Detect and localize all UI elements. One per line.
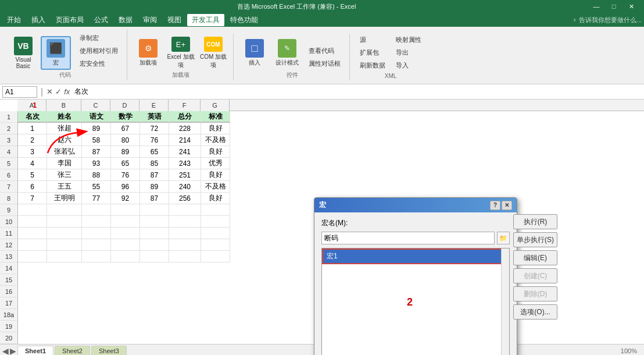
cell-g7[interactable]: 不及格 [201, 181, 230, 193]
record-macro-button[interactable]: 录制宏 [76, 32, 122, 44]
cell-f9[interactable] [169, 204, 201, 216]
cell-b7[interactable]: 王五 [47, 181, 82, 193]
dialog-step-into-button[interactable]: 单步执行(S) [513, 232, 557, 247]
cell-d7[interactable]: 96 [111, 181, 140, 193]
cell-e9[interactable] [140, 204, 169, 216]
cell-f6[interactable]: 251 [169, 169, 201, 181]
cell-g1[interactable]: 标准 [201, 111, 230, 123]
cell-a5[interactable]: 4 [18, 158, 47, 169]
cell-b1[interactable]: 姓名 [47, 111, 82, 123]
cell-f5[interactable]: 243 [169, 158, 201, 169]
dialog-edit-button[interactable]: 编辑(E) [513, 250, 557, 265]
name-box[interactable] [2, 86, 37, 98]
cell-d1[interactable]: 数学 [111, 111, 140, 123]
cell-a8[interactable]: 7 [18, 193, 47, 204]
cell-a1[interactable]: 名次 [18, 111, 47, 123]
cell-f1[interactable]: 总分 [169, 111, 201, 123]
maximize-button[interactable]: □ [606, 1, 622, 12]
source-button[interactable]: 源 [356, 34, 389, 46]
cell-c7[interactable]: 55 [82, 181, 111, 193]
cell-d9[interactable] [111, 204, 140, 216]
cell-c1[interactable]: 语文 [82, 111, 111, 123]
expand-button[interactable]: 扩展包 [356, 47, 389, 59]
cell-e4[interactable]: 65 [140, 146, 169, 158]
dialog-list-scrollbar[interactable] [501, 248, 509, 355]
cell-f7[interactable]: 240 [169, 181, 201, 193]
xml-import-button[interactable]: 导入 [392, 59, 425, 72]
insert-function-icon[interactable]: fx [64, 87, 70, 96]
cell-a9[interactable] [18, 204, 47, 216]
refresh-button[interactable]: 刷新数据 [356, 59, 389, 72]
menu-item-special[interactable]: 特色功能 [226, 14, 263, 26]
run-dialog-button[interactable]: 属性对话框 [305, 58, 345, 70]
cell-d8[interactable]: 92 [111, 193, 140, 204]
cell-g5[interactable]: 优秀 [201, 158, 230, 169]
cell-b6[interactable]: 张三 [47, 169, 82, 181]
cell-g3[interactable]: 不及格 [201, 134, 230, 146]
cell-e3[interactable]: 76 [140, 134, 169, 146]
cell-b5[interactable]: 李国 [47, 158, 82, 169]
dialog-name-input[interactable] [321, 232, 495, 244]
dialog-create-button[interactable]: 创建(C) [513, 268, 557, 283]
cell-e8[interactable]: 87 [140, 193, 169, 204]
design-mode-button[interactable]: ✎ 设计模式 [272, 36, 302, 70]
macro-security-button[interactable]: 宏安全性 [76, 58, 122, 70]
cell-a4[interactable]: 3 [18, 146, 47, 158]
insert-control-button[interactable]: □ 插入 [239, 36, 270, 70]
addin-button[interactable]: ⚙ 加载项 [133, 36, 163, 70]
dialog-help-button[interactable]: ? [490, 201, 500, 210]
cell-a2[interactable]: 1 [18, 123, 47, 134]
cell-b3[interactable]: 赵六 [47, 134, 82, 146]
dialog-close-button[interactable]: ✕ [502, 201, 512, 210]
cell-g2[interactable]: 良好 [201, 123, 230, 134]
cell-g8[interactable]: 良好 [201, 193, 230, 204]
cell-c3[interactable]: 58 [82, 134, 111, 146]
cell-d5[interactable]: 65 [111, 158, 140, 169]
cell-e7[interactable]: 89 [140, 181, 169, 193]
cell-c9[interactable] [82, 204, 111, 216]
menu-item-developer[interactable]: 开发工具 [187, 14, 224, 26]
xml-map-button[interactable]: 映射属性 [392, 34, 425, 46]
sheet-nav-right[interactable]: ▶ [10, 346, 16, 356]
vba-button[interactable]: VB Visual Basic [8, 36, 38, 70]
dialog-options-button[interactable]: 选项(O)... [513, 304, 557, 320]
cell-g6[interactable]: 良好 [201, 169, 230, 181]
dialog-list-item[interactable]: 宏1 [322, 248, 509, 264]
sheet-tab-3[interactable]: Sheet3 [91, 346, 127, 355]
cell-f4[interactable]: 241 [169, 146, 201, 158]
cell-g9[interactable] [201, 204, 230, 216]
cell-e5[interactable]: 85 [140, 158, 169, 169]
cell-g4[interactable]: 良好 [201, 146, 230, 158]
dialog-delete-button[interactable]: 删除(D) [513, 286, 557, 301]
cell-e2[interactable]: 72 [140, 123, 169, 134]
dialog-name-browse-button[interactable]: 📁 [497, 232, 510, 244]
cell-d6[interactable]: 76 [111, 169, 140, 181]
minimize-button[interactable]: — [588, 1, 604, 12]
cell-f2[interactable]: 228 [169, 123, 201, 134]
sheet-tab-1[interactable]: Sheet1 [17, 346, 53, 355]
menu-item-page-layout[interactable]: 页面布局 [51, 14, 88, 26]
cell-d3[interactable]: 80 [111, 134, 140, 146]
cell-b9[interactable] [47, 204, 82, 216]
sheet-tab-2[interactable]: Sheet2 [55, 346, 90, 355]
cell-d4[interactable]: 89 [111, 146, 140, 158]
search-bar[interactable]: ♀ 告诉我你想要做什么... [573, 16, 642, 24]
cell-a3[interactable]: 2 [18, 134, 47, 146]
menu-item-insert[interactable]: 插入 [27, 14, 50, 26]
cell-c8[interactable]: 77 [82, 193, 111, 204]
relative-ref-button[interactable]: 使用相对引用 [76, 45, 122, 57]
menu-item-view[interactable]: 视图 [163, 14, 186, 26]
menu-item-data[interactable]: 数据 [114, 14, 137, 26]
cell-c6[interactable]: 88 [82, 169, 111, 181]
confirm-formula-icon[interactable]: ✓ [55, 87, 62, 96]
cell-c4[interactable]: 87 [82, 146, 111, 158]
cancel-formula-icon[interactable]: ✕ [46, 87, 53, 96]
macro-button[interactable]: ⬛ 宏 [41, 36, 71, 70]
cell-e1[interactable]: 英语 [140, 111, 169, 123]
cell-d2[interactable]: 67 [111, 123, 140, 134]
com-addin-button[interactable]: COM COM 加载项 [198, 36, 228, 70]
cell-f8[interactable]: 256 [169, 193, 201, 204]
cell-e6[interactable]: 87 [140, 169, 169, 181]
menu-item-formula[interactable]: 公式 [90, 14, 113, 26]
cell-f3[interactable]: 214 [169, 134, 201, 146]
